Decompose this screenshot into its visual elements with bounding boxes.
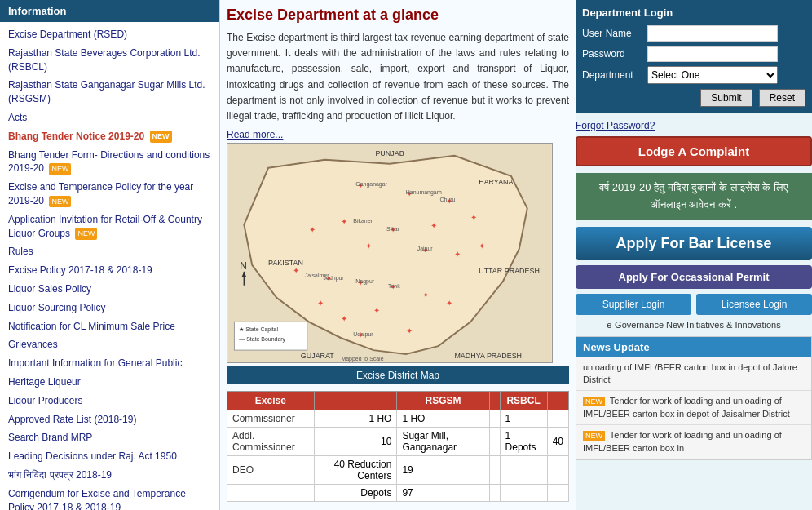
svg-text:PUNJAB: PUNJAB (375, 149, 404, 157)
map-image: PUNJAB HARYANA PAKISTAN UTTAR PRADESH GU… (227, 143, 553, 363)
new-icon: NEW (583, 397, 605, 406)
new-badge: NEW (49, 163, 71, 175)
hindi-banner: वर्ष 2019-20 हेतु मदिरा दुकानों के लाइसे… (576, 173, 812, 220)
login-buttons: Submit Reset (582, 89, 805, 107)
sidebar: Information Excise Department (RSED) Raj… (0, 0, 220, 510)
sidebar-item-producers[interactable]: Liqour Producers (0, 392, 219, 410)
sidebar-item-important-info[interactable]: Important Information for General Public (0, 354, 219, 373)
table-row: Addl. Commissioner 10 Sugar Mill, Gangan… (227, 428, 569, 456)
sidebar-item-acts[interactable]: Acts (0, 109, 219, 127)
username-label: User Name (582, 28, 647, 39)
map-title: Excise District Map (227, 366, 569, 384)
sidebar-item-excise-policy[interactable]: Excise Policy 2017-18 & 2018-19 (0, 261, 219, 280)
svg-text:Jaipur: Jaipur (417, 246, 434, 252)
svg-text:✦: ✦ (309, 225, 316, 234)
svg-text:Mapped to Scale: Mapped to Scale (341, 356, 383, 362)
password-input[interactable] (647, 46, 778, 62)
svg-text:N: N (240, 260, 247, 272)
news-item-1: unloading of IMFL/BEER carton box in dep… (576, 357, 811, 392)
news-section: News Update unloading of IMFL/BEER carto… (576, 336, 812, 460)
news-item-2: NEW Tender for work of loading and unloa… (576, 391, 811, 425)
sidebar-item-search-brand[interactable]: Search Brand MRP (0, 428, 219, 447)
sidebar-item-application-inv[interactable]: Application Invitation for Retail-Off & … (0, 211, 219, 243)
department-label: Department (582, 69, 647, 81)
svg-text:✦: ✦ (293, 266, 299, 275)
svg-text:Ganganagar: Ganganagar (355, 181, 387, 188)
sidebar-item-rate-list[interactable]: Approved Rate List (2018-19) (0, 410, 219, 429)
table-header-rsbcl-num (547, 392, 568, 410)
new-badge: NEW (75, 228, 97, 240)
svg-text:✦: ✦ (422, 290, 429, 299)
supplier-login-button[interactable]: Supplier Login (576, 294, 691, 315)
intro-text: The Excise department is third largest t… (227, 30, 569, 143)
forgot-password-link[interactable]: Forgot Password? (576, 120, 812, 131)
bar-license-button[interactable]: Apply For Bar License (576, 227, 812, 260)
occasional-permit-button[interactable]: Apply For Occassional Permit (576, 265, 812, 289)
svg-text:Jodhpur: Jodhpur (324, 275, 345, 282)
sidebar-item-bhang-hindi[interactable]: भांग निविदा प्रपत्र 2018-19 (0, 466, 219, 485)
sidebar-item-leading-decisions[interactable]: Leading Decisions under Raj. Act 1950 (0, 447, 219, 466)
right-panel: Department Login User Name Password Depa… (576, 0, 812, 510)
egovt-text: e-Governance New Initiatives & Innovatio… (576, 320, 812, 330)
submit-button[interactable]: Submit (700, 89, 752, 107)
svg-text:✦: ✦ (446, 299, 452, 308)
svg-text:✦: ✦ (373, 307, 380, 316)
sidebar-item-heritage[interactable]: Heritage Liqueur (0, 373, 219, 392)
svg-text:✦: ✦ (479, 242, 485, 251)
sidebar-item-rsed[interactable]: Excise Department (RSED) (0, 25, 219, 44)
svg-text:✦: ✦ (341, 218, 347, 227)
sidebar-item-excise-temp[interactable]: Excise and Temperance Policy for the yea… (0, 178, 219, 211)
sidebar-item-rsbcl[interactable]: Rajasthan State Beverages Corporation Lt… (0, 44, 219, 77)
sidebar-item-bhang-form[interactable]: Bhang Tender Form- Directions and condit… (0, 146, 219, 179)
sidebar-header: Information (0, 0, 219, 22)
table-header-excise-num (314, 392, 397, 410)
svg-text:Udaipur: Udaipur (353, 332, 373, 339)
login-box: Department Login User Name Password Depa… (576, 0, 812, 113)
main-content: Excise Department at a glance The Excise… (220, 0, 576, 510)
svg-text:Churu: Churu (440, 197, 456, 203)
map-container: PUNJAB HARYANA PAKISTAN UTTAR PRADESH GU… (227, 143, 569, 384)
svg-text:✦: ✦ (430, 222, 437, 231)
svg-text:Bikaner: Bikaner (353, 219, 373, 224)
new-icon: NEW (583, 431, 605, 441)
username-input[interactable] (647, 25, 778, 42)
login-title: Department Login (582, 7, 805, 19)
svg-text:✦: ✦ (317, 299, 324, 308)
new-badge: NEW (49, 196, 71, 208)
news-header: News Update (576, 337, 811, 357)
sidebar-item-liquor-sales[interactable]: Liquor Sales Policy (0, 280, 219, 299)
password-row: Password (582, 46, 805, 62)
sidebar-item-liquor-sourcing[interactable]: Liquor Sourcing Policy (0, 299, 219, 317)
svg-text:✦: ✦ (341, 315, 347, 324)
table-row: DEO 40 Reduction Centers 19 (227, 456, 569, 485)
svg-text:Hanumangarh: Hanumangarh (406, 189, 442, 196)
stats-table: Excise RSGSM RSBCL Commissioner 1 HO 1 H… (227, 391, 569, 502)
page-title: Excise Department at a glance (227, 7, 569, 24)
supplier-licensee-row: Supplier Login Licensee Login (576, 294, 812, 315)
table-header-rsgsm: RSGSM (397, 392, 489, 410)
read-more-link[interactable]: Read more... (227, 127, 569, 143)
sidebar-item-bhang-tender[interactable]: Bhang Tender Notice 2019-20 NEW (0, 127, 219, 146)
svg-text:GUJARAT: GUJARAT (301, 352, 335, 360)
sidebar-item-rules[interactable]: Rules (0, 242, 219, 261)
sidebar-item-cl-min-price[interactable]: Notification for CL Minimum Sale Price (0, 317, 219, 336)
svg-text:UTTAR PRADESH: UTTAR PRADESH (479, 267, 540, 275)
table-header-rsgsm-num (489, 392, 500, 410)
reset-button[interactable]: Reset (759, 89, 805, 107)
sidebar-links: Excise Department (RSED) Rajasthan State… (0, 22, 219, 510)
news-item-3: NEW Tender for work of loading and unloa… (576, 425, 811, 459)
department-row: Department Select One (582, 66, 805, 84)
table-header-excise: Excise (227, 392, 315, 410)
department-select[interactable]: Select One (647, 66, 778, 84)
sidebar-item-rsgsm[interactable]: Rajasthan State Ganganagar Sugar Mills L… (0, 76, 219, 109)
table-row: Commissioner 1 HO 1 HO 1 (227, 410, 569, 428)
licensee-login-button[interactable]: Licensee Login (696, 294, 812, 315)
new-badge: NEW (150, 131, 172, 143)
username-row: User Name (582, 25, 805, 42)
sidebar-item-grievances[interactable]: Grievances (0, 335, 219, 354)
svg-text:★ State Capital: ★ State Capital (239, 327, 278, 334)
sidebar-item-corrigendum[interactable]: Corrigendum for Excise and Temperance Po… (0, 485, 219, 510)
complaint-button[interactable]: Lodge A Complaint (576, 136, 812, 166)
svg-text:MADHYA PRADESH: MADHYA PRADESH (454, 352, 522, 360)
svg-text:✦: ✦ (454, 250, 461, 259)
